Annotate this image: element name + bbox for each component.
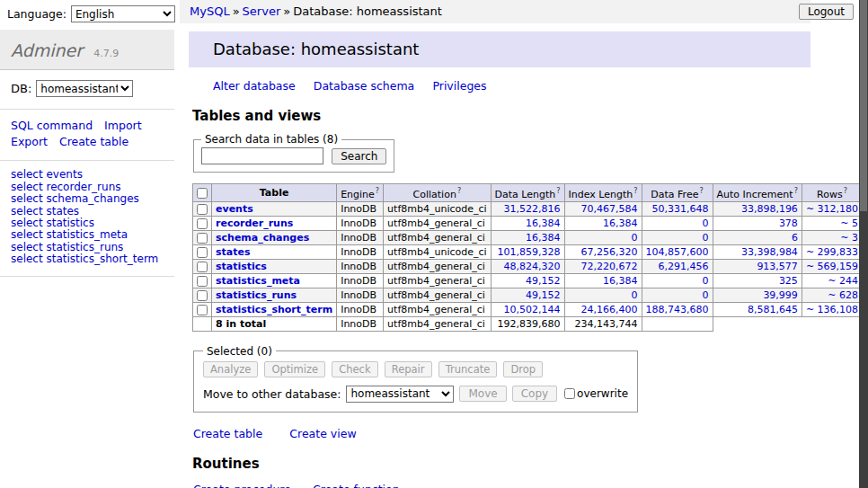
sidebar-item-select-schema-changes[interactable]: select schema_changes bbox=[11, 193, 164, 205]
data-free-link[interactable]: 0 bbox=[703, 232, 709, 244]
search-button[interactable]: Search bbox=[332, 148, 386, 164]
sidebar-item-select-states[interactable]: select states bbox=[11, 206, 164, 217]
data-free-link[interactable]: 0 bbox=[703, 289, 709, 301]
auto-increment-link[interactable]: 378 bbox=[779, 217, 798, 229]
help-link[interactable]: ? bbox=[843, 189, 847, 200]
sidebar-item-import[interactable]: Import bbox=[104, 119, 142, 132]
breadcrumb-server-link[interactable]: Server bbox=[243, 4, 281, 18]
truncate-button[interactable]: Truncate bbox=[438, 361, 498, 377]
move-button[interactable]: Move bbox=[459, 386, 506, 402]
sidebar-item-select-events[interactable]: select events bbox=[11, 169, 164, 181]
help-link[interactable]: ? bbox=[456, 189, 461, 200]
row-checkbox[interactable] bbox=[197, 218, 208, 229]
db-select[interactable]: homeassistant bbox=[36, 80, 133, 97]
table-link[interactable]: statistics bbox=[216, 261, 267, 272]
rows-count-link[interactable]: ~ 312,180 bbox=[806, 203, 858, 215]
data-free-link[interactable]: 0 bbox=[703, 217, 709, 229]
row-checkbox[interactable] bbox=[197, 276, 208, 287]
data-free-link[interactable]: 188,743,680 bbox=[646, 304, 709, 315]
table-link[interactable]: statistics_runs bbox=[216, 289, 297, 301]
select-all-checkbox[interactable] bbox=[197, 188, 208, 199]
rows-count-link[interactable]: ~ 3 bbox=[840, 232, 858, 244]
sidebar-item-export[interactable]: Export bbox=[11, 135, 48, 148]
repair-button[interactable]: Repair bbox=[385, 361, 432, 377]
help-link[interactable]: ? bbox=[793, 189, 798, 200]
sidebar-item-select-statistics-runs[interactable]: select statistics_runs bbox=[11, 242, 164, 253]
move-database-select[interactable]: homeassistant bbox=[346, 386, 454, 403]
table-link[interactable]: schema_changes bbox=[216, 232, 309, 244]
data-free-link[interactable]: 50,331,648 bbox=[652, 203, 709, 215]
index-length-link[interactable]: 0 bbox=[632, 232, 638, 244]
database-schema-link[interactable]: Database schema bbox=[314, 79, 414, 93]
data-free-link[interactable]: 104,857,600 bbox=[646, 246, 709, 258]
table-link[interactable]: recorder_runs bbox=[216, 217, 293, 229]
optimize-button[interactable]: Optimize bbox=[264, 361, 325, 377]
drop-button[interactable]: Drop bbox=[503, 361, 543, 377]
data-length-link[interactable]: 49,152 bbox=[526, 275, 561, 287]
sidebar-item-select-statistics-meta[interactable]: select statistics_meta bbox=[11, 229, 164, 241]
copy-button[interactable]: Copy bbox=[512, 386, 557, 402]
auto-increment-link[interactable]: 33,898,196 bbox=[741, 203, 798, 215]
help-link[interactable]: ? bbox=[375, 189, 379, 200]
sidebar-item-select-statistics-short-term[interactable]: select statistics_short_term bbox=[11, 253, 164, 265]
row-checkbox[interactable] bbox=[197, 305, 208, 315]
help-link[interactable]: ? bbox=[633, 189, 637, 200]
data-length-link[interactable]: 31,522,816 bbox=[504, 203, 561, 215]
data-length-link[interactable]: 101,859,328 bbox=[498, 246, 561, 258]
data-length-link[interactable]: 49,152 bbox=[526, 289, 561, 301]
row-checkbox[interactable] bbox=[197, 247, 208, 258]
create-function-link[interactable]: Create function bbox=[313, 483, 400, 488]
auto-increment-link[interactable]: 8,581,645 bbox=[748, 304, 798, 315]
create-procedure-link[interactable]: Create procedure bbox=[193, 483, 291, 488]
logout-button[interactable]: Logout bbox=[799, 4, 854, 20]
language-select[interactable]: English bbox=[71, 5, 175, 22]
rows-count-link[interactable]: ~ 136,108 bbox=[806, 304, 858, 315]
auto-increment-link[interactable]: 33,398,984 bbox=[741, 246, 798, 258]
rows-count-link[interactable]: ~ 5 bbox=[840, 217, 858, 229]
table-link[interactable]: statistics_short_term bbox=[216, 304, 332, 315]
data-length-link[interactable]: 48,824,320 bbox=[504, 261, 561, 272]
rows-count-link[interactable]: ~ 569,159 bbox=[806, 261, 858, 272]
privileges-link[interactable]: Privileges bbox=[432, 79, 486, 93]
row-checkbox[interactable] bbox=[197, 290, 208, 301]
alter-database-link[interactable]: Alter database bbox=[213, 79, 296, 93]
index-length-link[interactable]: 16,384 bbox=[603, 275, 638, 287]
overwrite-checkbox[interactable] bbox=[564, 388, 575, 399]
row-checkbox[interactable] bbox=[197, 262, 208, 272]
rows-count-link[interactable]: ~ 628 bbox=[828, 289, 858, 301]
sidebar-item-select-statistics[interactable]: select statistics bbox=[11, 217, 164, 229]
index-length-link[interactable]: 0 bbox=[632, 289, 638, 301]
index-length-link[interactable]: 70,467,584 bbox=[581, 203, 638, 215]
sidebar-item-create-table[interactable]: Create table bbox=[59, 135, 128, 148]
check-button[interactable]: Check bbox=[332, 361, 377, 377]
scrollbar-thumb[interactable] bbox=[860, 0, 867, 211]
analyze-button[interactable]: Analyze bbox=[203, 361, 258, 377]
data-free-link[interactable]: 0 bbox=[703, 275, 709, 287]
rows-count-link[interactable]: ~ 299,833 bbox=[806, 246, 858, 258]
index-length-link[interactable]: 67,256,320 bbox=[581, 246, 638, 258]
index-length-link[interactable]: 72,220,672 bbox=[581, 261, 638, 272]
row-checkbox[interactable] bbox=[197, 204, 208, 215]
sidebar-item-select-recorder-runs[interactable]: select recorder_runs bbox=[11, 182, 164, 193]
auto-increment-link[interactable]: 6 bbox=[792, 232, 798, 244]
table-link[interactable]: events bbox=[216, 203, 253, 215]
table-link[interactable]: states bbox=[216, 246, 251, 258]
help-link[interactable]: ? bbox=[698, 189, 703, 200]
auto-increment-link[interactable]: 325 bbox=[779, 275, 798, 287]
data-length-link[interactable]: 16,384 bbox=[526, 232, 561, 244]
auto-increment-link[interactable]: 39,999 bbox=[763, 289, 798, 301]
row-checkbox[interactable] bbox=[197, 233, 208, 244]
data-free-link[interactable]: 6,291,456 bbox=[659, 261, 709, 272]
rows-count-link[interactable]: ~ 244 bbox=[828, 275, 858, 287]
create-table-link[interactable]: Create table bbox=[193, 427, 262, 440]
help-link[interactable]: ? bbox=[555, 189, 560, 200]
table-link[interactable]: statistics_meta bbox=[216, 275, 300, 287]
index-length-link[interactable]: 24,166,400 bbox=[581, 304, 638, 315]
breadcrumb-mysql-link[interactable]: MySQL bbox=[190, 4, 230, 18]
data-length-link[interactable]: 16,384 bbox=[526, 217, 561, 229]
data-length-link[interactable]: 10,502,144 bbox=[504, 304, 561, 315]
auto-increment-link[interactable]: 913,577 bbox=[757, 261, 798, 272]
search-input[interactable] bbox=[201, 147, 323, 164]
sidebar-item-sql-command[interactable]: SQL command bbox=[11, 119, 93, 132]
scrollbar[interactable] bbox=[859, 0, 868, 488]
